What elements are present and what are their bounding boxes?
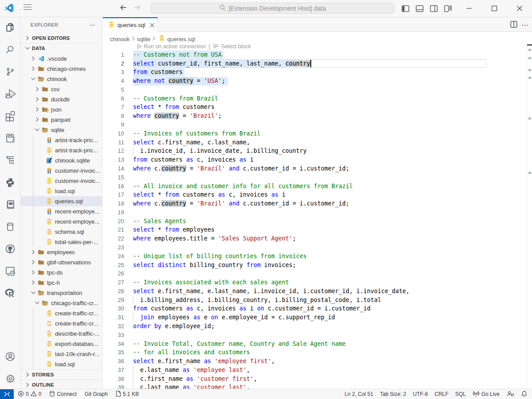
ruler-highlight-mark	[528, 49, 531, 51]
toggle-panel-icon[interactable]	[412, 4, 426, 13]
ruler-highlight-mark	[528, 69, 531, 71]
ruler-highlight-mark	[528, 57, 531, 59]
nav-forward-icon[interactable]	[133, 4, 143, 13]
code-text: select * from employees	[133, 225, 215, 234]
tree-item-json[interactable]: {}json	[21, 105, 102, 115]
toggle-sidebar-icon[interactable]	[398, 4, 412, 13]
tree-indent-guide	[33, 308, 33, 369]
activitybar-explorer[interactable]	[0, 16, 20, 39]
codelens-select-link[interactable]: Select block	[221, 43, 251, 50]
sql-icon	[46, 330, 53, 337]
file-size-status[interactable]: 5.1 KB	[116, 391, 139, 398]
activitybar-jupyter[interactable]	[0, 194, 20, 216]
code-text: where country = 'Brazil';	[133, 112, 222, 120]
section-outline[interactable]: OUTLINE	[21, 380, 102, 389]
encoding-status[interactable]: UTF-8	[413, 391, 428, 397]
tree-item--vscode[interactable]: .vscode	[21, 54, 102, 64]
activitybar-notebook[interactable]	[0, 127, 20, 149]
activitybar-remote-explorer[interactable]	[0, 260, 20, 282]
broadcast-icon	[473, 391, 480, 398]
cursor-position-status[interactable]: Ln 2, Col 51	[344, 391, 373, 397]
split-editor-icon[interactable]	[510, 21, 517, 29]
line-number: 31	[103, 313, 124, 322]
connect-button[interactable]: Connect	[49, 391, 77, 398]
tree-item-parquet[interactable]: parquet	[21, 115, 102, 125]
folder-json-icon: {}	[42, 106, 49, 113]
activitybar-database[interactable]	[0, 216, 20, 238]
overview-ruler[interactable]	[527, 42, 532, 389]
code-text: -- All invoice and customer info for all…	[133, 182, 353, 191]
code-line-8: 8where country = 'Brazil';	[103, 112, 527, 120]
minimize-button[interactable]	[456, 4, 481, 13]
tree-item-sqlite[interactable]: sqlite	[21, 125, 102, 135]
tree-item-label: customer-invoic...	[55, 178, 100, 184]
activity-bar: R	[0, 17, 21, 389]
tree-item-gbif-observations[interactable]: gbif-observations	[21, 257, 102, 267]
tab-queries-sql[interactable]: queries.sql	[103, 17, 158, 32]
command-center-search[interactable]: [Extension Development Host] data	[151, 3, 395, 14]
eol-status[interactable]: CRLF	[434, 391, 448, 397]
chevron-right-icon	[34, 85, 41, 93]
tree-item-chicago-traffic-cr-[interactable]: chicago-traffic-cr...	[21, 298, 102, 308]
activitybar-account[interactable]	[0, 345, 20, 368]
tree-item-chicago-crimes[interactable]: chicago-crimes	[21, 64, 102, 74]
go-live-button[interactable]: Go Live	[473, 391, 500, 398]
git-graph-button[interactable]: Git Graph	[85, 391, 108, 397]
tree-item-label: artist-track-pric...	[55, 137, 98, 143]
line-number: 4	[103, 77, 124, 85]
sql-icon	[46, 351, 53, 357]
section-stories[interactable]: STORIES	[21, 370, 102, 380]
svg-text:R: R	[9, 291, 14, 298]
tree-item-transportation[interactable]: transportation	[21, 288, 102, 298]
codelens-run-link[interactable]: Run on active connection	[144, 43, 206, 50]
activitybar-r-lang[interactable]: R	[0, 282, 20, 304]
tab-bar: queries.sql ⋯	[103, 17, 532, 32]
problems-status[interactable]: 0 0	[18, 391, 41, 398]
activitybar-settings[interactable]	[0, 368, 20, 390]
tree-item-duckdb[interactable]: duckdb	[21, 94, 102, 105]
nav-back-icon[interactable]	[119, 4, 129, 13]
customize-layout-icon[interactable]	[441, 4, 455, 13]
chevron-right-icon	[30, 248, 37, 256]
activitybar-run-debug[interactable]	[0, 83, 20, 105]
tree-item-csv[interactable]: csv	[21, 84, 102, 94]
toggle-secondary-sidebar-icon[interactable]	[426, 4, 441, 13]
activitybar-extensions[interactable]	[0, 105, 20, 127]
activitybar-source-control[interactable]	[0, 61, 20, 83]
language-status[interactable]: SQL	[455, 391, 466, 397]
close-button[interactable]	[507, 4, 532, 13]
sql-file-icon	[108, 21, 115, 29]
maximize-button[interactable]	[481, 4, 507, 13]
tree-item-chinook[interactable]: chinook	[21, 74, 102, 84]
code-line-28: 28select e.first_name, e.last_name, i.in…	[103, 287, 527, 296]
activitybar-task-tree[interactable]	[0, 149, 20, 171]
line-number: 14	[103, 164, 124, 173]
activitybar-search[interactable]	[0, 39, 20, 61]
section-data[interactable]: DATA	[21, 43, 102, 53]
feedback-icon[interactable]	[506, 391, 514, 398]
line-number: 5	[103, 85, 124, 94]
menu-icon[interactable]	[23, 4, 35, 13]
activitybar-github[interactable]	[0, 238, 20, 260]
indentation-status[interactable]: Tab Size: 2	[380, 391, 406, 397]
line-number: 20	[103, 217, 124, 226]
sidebar-more-icon[interactable]: ⋯	[86, 19, 98, 30]
section-open-editors[interactable]: OPEN EDITORS	[21, 33, 102, 43]
tree-item-label: describe-traffic-...	[55, 330, 99, 337]
tree-item-tpc-ds[interactable]: tpc-ds	[21, 267, 102, 278]
code-text: where c.country = 'Brazil' and c.custome…	[133, 199, 349, 208]
notifications-bell-icon[interactable]	[521, 391, 528, 398]
remote-indicator[interactable]	[0, 389, 14, 399]
tree-item-tpc-h[interactable]: tpc-h	[21, 278, 102, 288]
code-text: e.last_name as 'employee last',	[133, 366, 250, 375]
code-line-20: 20-- Sales Agents	[103, 217, 527, 226]
tree-item-employees[interactable]: employees	[21, 247, 102, 257]
code-text: select e.first_name, e.last_name, i.invo…	[133, 287, 410, 296]
close-tab-icon[interactable]	[149, 22, 156, 29]
editor-more-icon[interactable]: ⋯	[521, 21, 528, 29]
chevron-right-icon	[30, 279, 37, 286]
line-number: 26	[103, 269, 124, 278]
activitybar-python[interactable]	[0, 171, 20, 194]
chevron-down-icon	[34, 299, 41, 306]
code-editor[interactable]: Run on active connection | Select block1…	[103, 42, 527, 389]
